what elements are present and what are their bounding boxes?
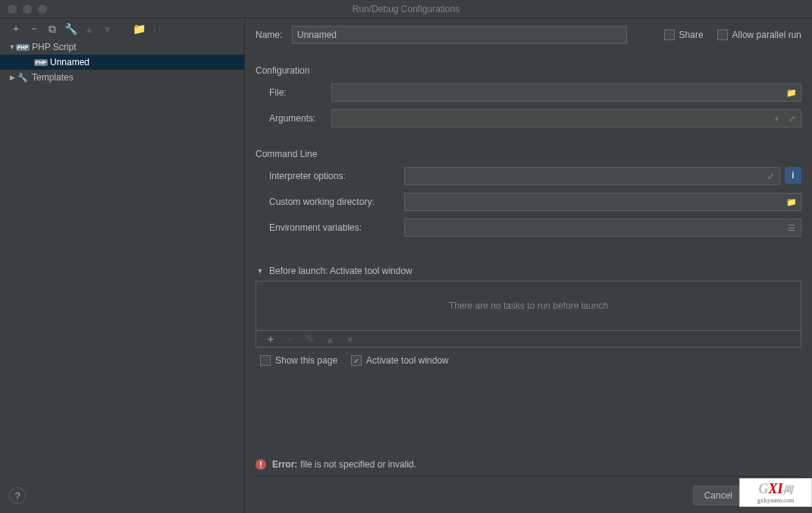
sidebar-toolbar: ＋ － ⧉ 🔧 ▴ ▾ 📁 ↓↑: [0, 18, 244, 39]
window-controls[interactable]: [8, 5, 47, 14]
expand-icon[interactable]: ⤢: [764, 170, 776, 182]
show-this-page-label: Show this page: [275, 355, 337, 366]
file-label: File:: [256, 87, 331, 98]
folder-icon[interactable]: 📁: [132, 22, 146, 36]
env-label: Environment variables:: [256, 222, 404, 233]
remove-icon[interactable]: －: [27, 22, 41, 36]
activate-tool-window-label: Activate tool window: [366, 355, 449, 366]
before-launch-header[interactable]: ▼ Before launch: Activate tool window: [256, 266, 801, 276]
env-input[interactable]: ☰: [404, 219, 801, 237]
minimize-window-icon[interactable]: [23, 5, 32, 14]
cancel-button[interactable]: Cancel: [693, 486, 744, 505]
sort-icon: ↓↑: [150, 22, 164, 36]
before-launch-label: Before launch: Activate tool window: [269, 266, 412, 276]
chevron-right-icon: ▶: [8, 74, 17, 81]
error-bar: ! Error: file is not specified or invali…: [256, 459, 801, 477]
tree-node-unnamed[interactable]: PHP Unnamed: [0, 55, 244, 70]
section-command-line: Command Line: [256, 149, 801, 159]
help-button[interactable]: ?: [9, 487, 26, 504]
share-label: Share: [679, 30, 704, 40]
add-icon[interactable]: ＋: [264, 332, 277, 346]
add-icon[interactable]: ＋: [9, 22, 23, 36]
file-input[interactable]: 📁: [331, 83, 801, 102]
titlebar: Run/Debug Configurations: [0, 0, 812, 18]
launch-toolbar: ＋ － ✎ ▴ ▾: [256, 330, 801, 347]
move-up-icon: ▴: [323, 332, 337, 346]
error-icon: !: [256, 459, 266, 470]
folder-open-icon[interactable]: 📁: [785, 196, 798, 208]
launch-empty-text: There are no tasks to run before launch: [256, 282, 801, 330]
activate-tool-window-checkbox[interactable]: ✓ Activate tool window: [351, 355, 449, 366]
cwd-input[interactable]: 📁: [404, 193, 801, 211]
error-message: file is not specified or invalid.: [300, 459, 416, 470]
tree-node-templates[interactable]: ▶ 🔧 Templates: [0, 70, 244, 85]
move-up-icon: ▴: [82, 22, 96, 36]
tree-node-php-script[interactable]: ▼ PHP PHP Script: [0, 39, 244, 55]
php-script-icon: PHP: [17, 41, 29, 53]
tree-label: PHP Script: [32, 42, 76, 52]
allow-parallel-checkbox[interactable]: Allow parallel run: [717, 30, 801, 40]
wrench-icon[interactable]: 🔧: [64, 22, 77, 36]
checkbox-checked-icon: ✓: [351, 355, 362, 366]
arguments-label: Arguments:: [256, 113, 331, 124]
error-prefix: Error:: [272, 459, 297, 470]
sidebar: ＋ － ⧉ 🔧 ▴ ▾ 📁 ↓↑ ▼ PHP PHP Script PHP Un…: [0, 18, 245, 513]
interpreter-options-input[interactable]: ⤢: [404, 167, 780, 185]
folder-open-icon[interactable]: 📁: [785, 87, 798, 99]
allow-parallel-label: Allow parallel run: [732, 30, 801, 40]
arguments-input[interactable]: ＋ ⤢: [331, 109, 801, 127]
checkbox-icon: [664, 30, 675, 40]
move-down-icon: ▾: [100, 22, 114, 36]
edit-icon: ✎: [303, 332, 317, 346]
php-script-icon: PHP: [35, 56, 47, 68]
share-checkbox[interactable]: Share: [664, 30, 704, 40]
checkbox-icon: [260, 355, 271, 366]
name-input[interactable]: [292, 26, 627, 44]
section-configuration: Configuration: [256, 65, 801, 76]
move-down-icon: ▾: [343, 332, 356, 346]
chevron-down-icon: ▼: [256, 267, 265, 275]
watermark-logo: GXI网 gxlsystem.com: [739, 478, 812, 507]
add-icon[interactable]: ＋: [770, 112, 782, 124]
checkbox-icon: [717, 30, 728, 40]
remove-icon: －: [284, 332, 297, 346]
name-label: Name:: [256, 30, 292, 40]
close-window-icon[interactable]: [8, 5, 17, 14]
tree-label: Templates: [32, 72, 74, 83]
copy-icon[interactable]: ⧉: [45, 22, 59, 36]
window-title: Run/Debug Configurations: [353, 4, 459, 14]
expand-icon[interactable]: ⤢: [785, 112, 798, 124]
before-launch-tasks: There are no tasks to run before launch …: [256, 281, 801, 348]
cwd-label: Custom working directory:: [256, 197, 404, 207]
content-panel: Name: Share Allow parallel run Configura…: [245, 18, 812, 513]
wrench-icon: 🔧: [17, 71, 29, 83]
maximize-window-icon[interactable]: [38, 5, 47, 14]
list-icon[interactable]: ☰: [785, 222, 798, 234]
info-button[interactable]: i: [785, 167, 801, 184]
config-tree: ▼ PHP PHP Script PHP Unnamed ▶ 🔧 Templat…: [0, 39, 244, 513]
interpreter-options-label: Interpreter options:: [256, 171, 404, 181]
tree-label: Unnamed: [50, 57, 89, 68]
show-this-page-checkbox[interactable]: Show this page: [260, 355, 337, 366]
